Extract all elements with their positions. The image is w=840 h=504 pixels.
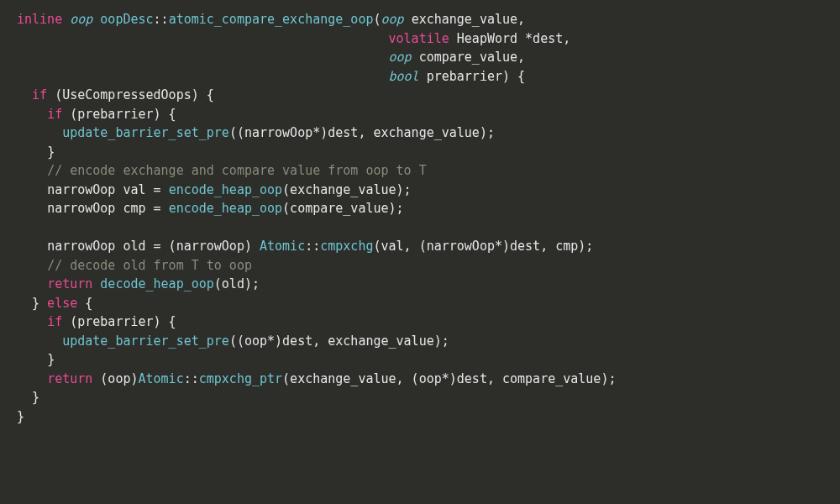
keyword-return: return bbox=[47, 371, 92, 386]
scope-op: :: bbox=[184, 371, 199, 386]
fn-call-encode: encode_heap_oop bbox=[169, 182, 282, 197]
fn-args: ((narrowOop*)dest, exchange_value); bbox=[229, 125, 495, 140]
scope-operator: :: bbox=[154, 12, 169, 27]
fn-call-update-barrier: update_barrier_set_pre bbox=[62, 125, 229, 140]
if-cond: (prebarrier) { bbox=[62, 107, 176, 122]
keyword-if: if bbox=[32, 87, 47, 102]
if-cond: (UseCompressedOops) { bbox=[47, 87, 214, 102]
keyword-else: else bbox=[39, 296, 85, 311]
fn-args: (old); bbox=[214, 276, 260, 291]
fn-call-update-barrier: update_barrier_set_pre bbox=[62, 333, 229, 349]
scope-oopDesc: oopDesc bbox=[100, 12, 153, 27]
star: * bbox=[517, 31, 533, 46]
brace-close: } bbox=[32, 296, 39, 311]
keyword-inline: inline bbox=[17, 12, 62, 27]
fn-call-decode: decode_heap_oop bbox=[92, 276, 214, 291]
fn-call-encode: encode_heap_oop bbox=[169, 201, 282, 216]
brace-close: } bbox=[47, 352, 55, 367]
keyword-if: if bbox=[47, 107, 62, 122]
class-atomic: Atomic bbox=[260, 239, 305, 254]
fn-args: (exchange_value); bbox=[282, 182, 412, 197]
comma: , bbox=[517, 12, 525, 27]
param3-type: oop bbox=[389, 50, 412, 65]
keyword-if: if bbox=[47, 314, 62, 329]
brace-open: { bbox=[510, 69, 525, 84]
paren-close: ) bbox=[502, 69, 510, 84]
fn-args: (exchange_value, (oop*)dest, compare_val… bbox=[282, 371, 616, 386]
fn-call-cmpxchg: cmpxchg bbox=[320, 239, 373, 254]
fn-args: (compare_value); bbox=[282, 201, 404, 216]
comma: , bbox=[563, 31, 570, 46]
scope-op: :: bbox=[305, 239, 320, 254]
paren-open: ( bbox=[373, 12, 381, 27]
cast-oop: (oop) bbox=[92, 371, 138, 386]
decl-val: narrowOop val = bbox=[47, 182, 169, 197]
code-block: inline oop oopDesc::atomic_compare_excha… bbox=[0, 0, 840, 436]
param2-type: HeapWord bbox=[457, 31, 517, 46]
param3-name: compare_value bbox=[419, 50, 517, 65]
param1-name: exchange_value bbox=[412, 12, 517, 27]
type-oop: oop bbox=[70, 12, 92, 27]
param1-type: oop bbox=[381, 12, 404, 27]
param2-name: dest bbox=[533, 31, 563, 46]
brace-close: } bbox=[17, 409, 24, 424]
fn-call-cmpxchg-ptr: cmpxchg_ptr bbox=[199, 371, 282, 386]
param4-type: bool bbox=[389, 69, 419, 84]
keyword-return: return bbox=[47, 276, 92, 291]
fn-args: (val, (narrowOop*)dest, cmp); bbox=[373, 239, 593, 254]
comment-decode: // decode old from T to oop bbox=[47, 258, 252, 273]
if-cond: (prebarrier) { bbox=[62, 314, 176, 329]
decl-old: narrowOop old = (narrowOop) bbox=[47, 239, 260, 254]
class-atomic: Atomic bbox=[139, 371, 184, 386]
decl-cmp: narrowOop cmp = bbox=[47, 201, 169, 216]
param4-name: prebarrier bbox=[427, 69, 502, 84]
comma: , bbox=[517, 50, 525, 65]
comment-encode: // encode exchange and compare value fro… bbox=[47, 163, 427, 178]
brace-close: } bbox=[32, 390, 39, 405]
fn-args: ((oop*)dest, exchange_value); bbox=[229, 333, 449, 349]
brace-close: } bbox=[47, 144, 55, 160]
function-name: atomic_compare_exchange_oop bbox=[169, 12, 374, 27]
brace-open: { bbox=[85, 296, 92, 311]
keyword-volatile: volatile bbox=[389, 31, 449, 46]
